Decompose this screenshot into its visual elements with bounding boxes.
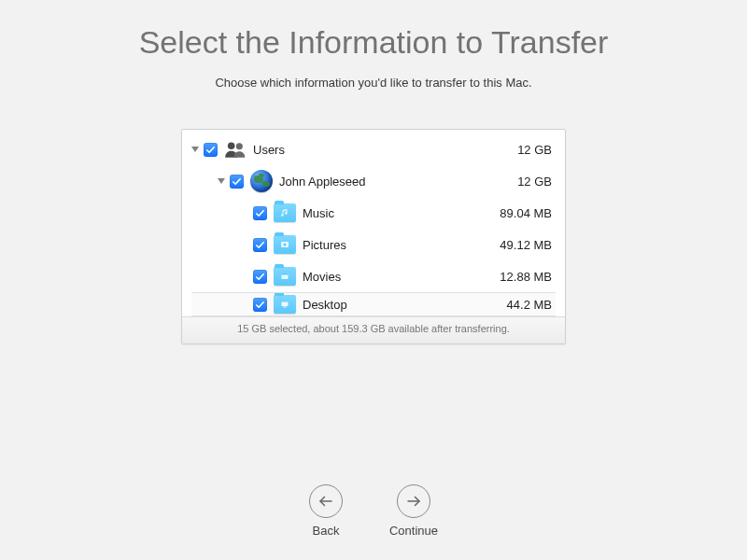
tree-label: Desktop [303,298,507,312]
checkbox-movies[interactable] [253,270,267,284]
transfer-panel: Users 12 GB John Appleseed 12 GB [181,129,566,344]
svg-rect-6 [282,302,289,307]
page-subtitle: Choose which information you'd like to t… [0,76,747,90]
svg-point-1 [236,143,243,149]
nav-buttons: Back Continue [0,484,747,538]
svg-rect-7 [284,307,287,308]
checkbox-users[interactable] [204,143,218,157]
svg-point-0 [228,142,235,149]
tree-row-movies[interactable]: Movies 12.88 MB [191,260,556,292]
page-title: Select the Information to Transfer [0,0,747,61]
tree-row-desktop[interactable]: Desktop 44.2 MB [191,292,556,316]
arrow-right-icon [397,484,430,518]
back-label: Back [313,524,340,538]
tree-label: Users [253,143,517,157]
svg-point-3 [284,244,287,246]
users-icon [223,137,247,161]
svg-rect-5 [282,273,289,275]
desktop-folder-icon [273,292,297,316]
disclosure-triangle-icon[interactable] [191,147,199,152]
movies-folder-icon [273,264,297,288]
checkbox-pictures[interactable] [253,238,267,252]
tree-row-music[interactable]: Music 89.04 MB [191,197,556,229]
tree-size: 49.12 MB [500,238,556,252]
tree-row-users[interactable]: Users 12 GB [191,133,556,165]
tree-row-user[interactable]: John Appleseed 12 GB [191,165,556,197]
disclosure-triangle-icon[interactable] [218,178,225,184]
tree-label: John Appleseed [279,175,517,189]
back-button[interactable]: Back [309,484,343,538]
tree-size: 12.88 MB [500,270,556,284]
tree-size: 89.04 MB [500,206,556,220]
arrow-left-icon [309,484,343,518]
tree-row-pictures[interactable]: Pictures 49.12 MB [191,229,556,260]
globe-icon [249,169,274,193]
tree-size: 44.2 MB [507,298,556,312]
tree-label: Music [303,206,500,220]
continue-label: Continue [389,524,438,538]
checkbox-desktop[interactable] [253,298,267,312]
tree-label: Movies [303,270,500,284]
tree-size: 12 GB [517,175,556,189]
checkbox-music[interactable] [253,206,267,220]
continue-button[interactable]: Continue [389,484,438,538]
music-folder-icon [273,201,297,225]
tree-size: 12 GB [517,143,556,157]
info-tree[interactable]: Users 12 GB John Appleseed 12 GB [182,130,565,316]
pictures-folder-icon [273,232,297,257]
checkbox-user[interactable] [230,175,244,189]
tree-label: Pictures [303,238,500,252]
status-bar: 15 GB selected, about 159.3 GB available… [182,316,565,343]
